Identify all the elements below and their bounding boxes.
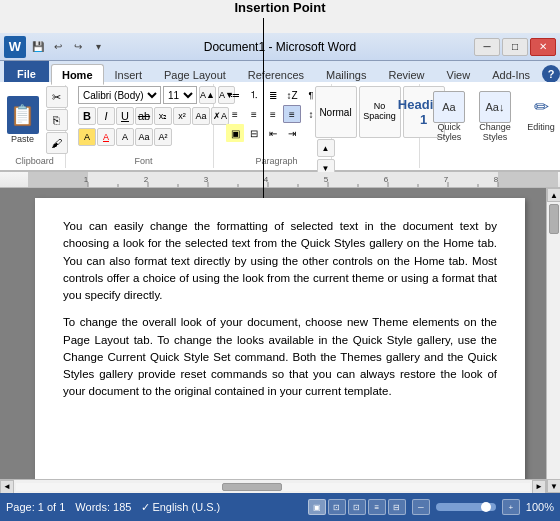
language-label: English (U.S.) bbox=[152, 501, 220, 513]
window-controls: ─ □ ✕ bbox=[474, 38, 556, 56]
quick-styles-button[interactable]: Aa Quick Styles bbox=[428, 88, 470, 146]
scroll-right-button[interactable]: ► bbox=[532, 480, 546, 494]
window-title: Document1 - Microsoft Word bbox=[204, 40, 357, 54]
svg-text:2: 2 bbox=[144, 175, 149, 184]
paragraph-label: Paragraph bbox=[255, 154, 297, 166]
font-size-aa-button[interactable]: Aa bbox=[135, 128, 153, 146]
font-a2-button[interactable]: A² bbox=[154, 128, 172, 146]
close-button[interactable]: ✕ bbox=[530, 38, 556, 56]
zoom-in-button[interactable]: + bbox=[502, 499, 520, 515]
font-size-select[interactable]: 11 bbox=[163, 86, 197, 104]
document-text: You can easily change the formatting of … bbox=[63, 218, 497, 401]
bold-button[interactable]: B bbox=[78, 107, 96, 125]
svg-text:5: 5 bbox=[324, 175, 329, 184]
format-painter-button[interactable]: 🖌 bbox=[46, 132, 68, 154]
bullets-button[interactable]: ≔ bbox=[226, 86, 244, 104]
view-buttons: ▣ ⊡ ⊡ ≡ ⊟ bbox=[308, 499, 406, 515]
decrease-indent-button[interactable]: ⇤ bbox=[264, 124, 282, 142]
status-bar: Page: 1 of 1 Words: 185 ✓ English (U.S.)… bbox=[0, 493, 560, 521]
clipboard-label: Clipboard bbox=[15, 154, 54, 166]
web-layout-button[interactable]: ⊡ bbox=[348, 499, 366, 515]
text-effects-button[interactable]: A bbox=[116, 128, 134, 146]
style-no-spacing[interactable]: No Spacing bbox=[359, 86, 401, 138]
editing-button[interactable]: ✏ Editing bbox=[520, 88, 560, 136]
change-styles-button[interactable]: Aa↓ Change Styles bbox=[474, 88, 516, 146]
svg-text:3: 3 bbox=[204, 175, 209, 184]
justify-button[interactable]: ≡ bbox=[283, 105, 301, 123]
styles-gallery: Normal No Spacing Heading 1 bbox=[315, 86, 445, 138]
qa-dropdown-button[interactable]: ▾ bbox=[89, 38, 107, 56]
svg-text:1: 1 bbox=[84, 175, 89, 184]
multilevel-button[interactable]: ≣ bbox=[264, 86, 282, 104]
style-normal[interactable]: Normal bbox=[315, 86, 357, 138]
copy-button[interactable]: ⎘ bbox=[46, 109, 68, 131]
paste-button[interactable]: 📋 Paste bbox=[2, 93, 44, 147]
minimize-button[interactable]: ─ bbox=[474, 38, 500, 56]
right-ribbon-group: Aa Quick Styles Aa↓ Change Styles ✏ Edit… bbox=[428, 84, 560, 168]
word-count: Words: 185 bbox=[75, 501, 131, 513]
scroll-track-right bbox=[547, 202, 560, 479]
strikethrough-button[interactable]: ab bbox=[135, 107, 153, 125]
redo-qa-button[interactable]: ↪ bbox=[69, 38, 87, 56]
hscroll-thumb[interactable] bbox=[222, 483, 282, 491]
superscript-button[interactable]: x² bbox=[173, 107, 191, 125]
align-left-button[interactable]: ≡ bbox=[226, 105, 244, 123]
full-screen-button[interactable]: ⊡ bbox=[328, 499, 346, 515]
borders-button[interactable]: ⊟ bbox=[245, 124, 263, 142]
draft-button[interactable]: ⊟ bbox=[388, 499, 406, 515]
maximize-button[interactable]: □ bbox=[502, 38, 528, 56]
svg-text:4: 4 bbox=[264, 175, 269, 184]
font-name-select[interactable]: Calibri (Body) bbox=[78, 86, 161, 104]
shading-button[interactable]: ▣ bbox=[226, 124, 244, 142]
font-color-button[interactable]: A bbox=[97, 128, 115, 146]
document-page[interactable]: You can easily change the formatting of … bbox=[35, 198, 525, 493]
print-layout-button[interactable]: ▣ bbox=[308, 499, 326, 515]
insertion-point-label: Insertion Point bbox=[235, 0, 326, 15]
status-right: ▣ ⊡ ⊡ ≡ ⊟ ─ + 100% bbox=[308, 499, 554, 515]
underline-button[interactable]: U bbox=[116, 107, 134, 125]
quick-styles-icon: Aa bbox=[433, 91, 465, 123]
change-case-button[interactable]: Aa bbox=[192, 107, 210, 125]
zoom-level: 100% bbox=[526, 501, 554, 513]
editing-icon: ✏ bbox=[525, 91, 557, 123]
help-button[interactable]: ? bbox=[542, 65, 560, 83]
outline-button[interactable]: ≡ bbox=[368, 499, 386, 515]
paste-label: Paste bbox=[11, 134, 34, 144]
editing-label: Editing bbox=[527, 123, 555, 133]
sort-button[interactable]: ↕Z bbox=[283, 86, 301, 104]
scroll-left-button[interactable]: ◄ bbox=[0, 480, 14, 494]
highlight-color-button[interactable]: A bbox=[78, 128, 96, 146]
save-qa-button[interactable]: 💾 bbox=[29, 38, 47, 56]
zoom-thumb[interactable] bbox=[481, 502, 491, 512]
title-bar: W 💾 ↩ ↪ ▾ Document1 - Microsoft Word ─ □… bbox=[0, 33, 560, 61]
styles-group: Normal No Spacing Heading 1 ▲ ▼ ⊞ Styles bbox=[340, 84, 420, 168]
scroll-thumb-right[interactable] bbox=[549, 204, 559, 234]
subscript-button[interactable]: x₂ bbox=[154, 107, 172, 125]
zoom-slider[interactable] bbox=[436, 503, 496, 511]
scrollbar-right: ▲ ▼ bbox=[546, 188, 560, 493]
paragraph-group-content: ≔ ⒈ ≣ ↕Z ¶ ≡ ≡ ≡ ≡ ↕ ▣ ⊟ ⇤ ⇥ bbox=[226, 86, 327, 154]
tab-home[interactable]: Home bbox=[51, 64, 104, 85]
hscroll-track bbox=[16, 483, 530, 491]
font-select-row: Calibri (Body) 11 A▲ A▼ bbox=[78, 86, 209, 104]
svg-text:8: 8 bbox=[494, 175, 499, 184]
increase-indent-button[interactable]: ⇥ bbox=[283, 124, 301, 142]
cut-button[interactable]: ✂ bbox=[46, 86, 68, 108]
scroll-down-button[interactable]: ▼ bbox=[547, 479, 560, 493]
scroll-up-button[interactable]: ▲ bbox=[547, 188, 560, 202]
styles-scroll-up[interactable]: ▲ bbox=[317, 139, 335, 157]
font-label: Font bbox=[134, 154, 152, 166]
svg-rect-2 bbox=[498, 172, 558, 188]
align-right-button[interactable]: ≡ bbox=[264, 105, 282, 123]
align-center-button[interactable]: ≡ bbox=[245, 105, 263, 123]
undo-qa-button[interactable]: ↩ bbox=[49, 38, 67, 56]
italic-button[interactable]: I bbox=[97, 107, 115, 125]
quick-access-toolbar: 💾 ↩ ↪ ▾ bbox=[29, 38, 107, 56]
numbering-button[interactable]: ⒈ bbox=[245, 86, 263, 104]
font-format-row: B I U ab x₂ x² Aa ✗A bbox=[78, 107, 229, 125]
insertion-point-line bbox=[263, 18, 264, 198]
quick-styles-label: Quick Styles bbox=[437, 123, 462, 143]
spell-check[interactable]: ✓ English (U.S.) bbox=[141, 501, 220, 514]
increase-font-button[interactable]: A▲ bbox=[199, 86, 216, 104]
zoom-out-button[interactable]: ─ bbox=[412, 499, 430, 515]
